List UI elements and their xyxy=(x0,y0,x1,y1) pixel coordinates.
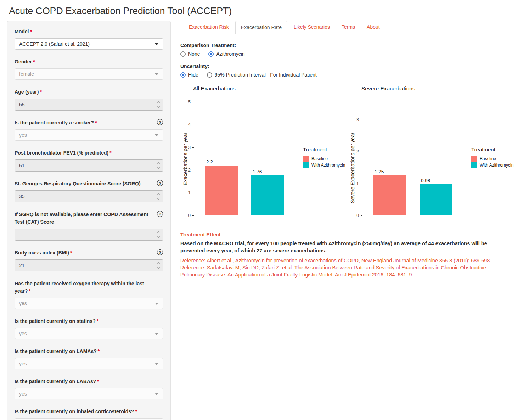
radio-option-hide[interactable]: Hide xyxy=(180,72,198,78)
page-layout: Model*ACCEPT 2.0 (Safari et al, 2021)Gen… xyxy=(0,21,518,420)
field-label-is-the-patient-currently-a-smoker: Is the patient currently a smoker?* xyxy=(15,119,163,127)
y-tick-mark xyxy=(361,120,362,120)
tab-terms[interactable]: Terms xyxy=(336,21,360,34)
radio-option-95-prediction-interval-for-individual-pati[interactable]: 95% Prediction Interval - For Individual… xyxy=(207,72,317,78)
radio-option-label: 95% Prediction Interval - For Individual… xyxy=(215,72,317,78)
number-stepper[interactable] xyxy=(157,263,159,268)
field-is-the-patient-currently-on-inhaled-cortic: Is the patient currently on inhaled cort… xyxy=(15,408,163,420)
chart-severe-exacerbations: Severe ExacerbationsSevere Exacerbations… xyxy=(345,83,514,225)
field-st-georges-respiratory-questionnaire-score: St. Georges Respiratory Questionnaire Sc… xyxy=(15,180,163,202)
page-title: Acute COPD Exacerbation Prediction Tool … xyxy=(9,6,518,17)
legend-swatch xyxy=(471,162,477,168)
gender-select[interactable]: female xyxy=(15,68,163,80)
field-body-mass-index-bmi: Body mass index (BMI)*21 xyxy=(15,249,163,271)
y-tick-label: 3 xyxy=(177,145,191,150)
chevron-down-icon xyxy=(157,235,160,238)
legend-swatch xyxy=(303,162,309,168)
field-is-the-patient-currently-on-statins: Is the patient currently on statins?*yes xyxy=(15,318,163,339)
chevron-down-icon xyxy=(155,43,158,45)
radio-option-label: Azithromycin xyxy=(216,51,244,57)
required-asterisk: * xyxy=(39,89,41,95)
is-the-patient-currently-on-inhaled-cortic-select[interactable]: yes xyxy=(15,418,163,420)
field-label-text: Is the patient currently a smoker? xyxy=(15,120,94,125)
if-sgrq-is-not-available-please-enter-copd-input[interactable] xyxy=(15,229,163,241)
radio-unselected-icon[interactable] xyxy=(180,51,186,57)
field-label-model: Model* xyxy=(15,28,163,35)
chevron-down-icon xyxy=(155,134,158,136)
main-content: Exacerbation RiskExacerbation RateLikely… xyxy=(177,21,516,278)
chevron-up-icon xyxy=(157,262,160,265)
field-label-is-the-patient-currently-on-inhaled-cortic: Is the patient currently on inhaled cort… xyxy=(15,408,163,415)
uncertainty-options: Hide95% Prediction Interval - For Indivi… xyxy=(180,72,516,78)
field-is-the-patient-currently-on-lamas: Is the patient currently on LAMAs?*yes xyxy=(15,348,163,369)
tab-bar: Exacerbation RiskExacerbation RateLikely… xyxy=(177,21,516,34)
y-tick-label: 1 xyxy=(345,181,359,186)
field-label-if-sgrq-is-not-available-please-enter-copd: If SGRQ is not available, please enter C… xyxy=(15,211,163,226)
field-label-text: Is the patient currently on inhaled cort… xyxy=(15,409,134,414)
tab-about[interactable]: About xyxy=(361,21,385,34)
radio-option-azithromycin[interactable]: Azithromycin xyxy=(208,51,244,57)
bar-value-label: 1.25 xyxy=(375,169,384,174)
select-value: yes xyxy=(19,361,27,366)
field-label-text: Has the patient received oxygen therapy … xyxy=(15,281,144,294)
has-the-patient-received-oxygen-therapy-wi-select[interactable]: yes xyxy=(15,298,163,309)
y-tick-mark xyxy=(192,215,194,216)
legend-title: Treatment xyxy=(303,146,345,152)
field-label-text: Post-bronchodilator FEV1 (% predicted) xyxy=(15,150,108,156)
radio-option-label: None xyxy=(188,51,200,57)
number-stepper[interactable] xyxy=(157,102,159,107)
number-stepper[interactable] xyxy=(157,194,159,199)
tab-likely-scenarios[interactable]: Likely Scenarios xyxy=(288,21,335,34)
legend-title: Treatment xyxy=(471,146,513,152)
field-age-year: Age (year)*65 xyxy=(15,88,163,111)
y-tick-mark xyxy=(361,215,362,216)
is-the-patient-currently-on-labas-select[interactable]: yes xyxy=(15,388,163,399)
y-tick-mark xyxy=(361,184,362,184)
field-label-text: Model xyxy=(15,29,29,34)
field-label-text: Is the patient currently on statins? xyxy=(15,318,96,324)
field-label-text: Gender xyxy=(15,59,32,65)
legend-swatch xyxy=(303,156,309,162)
field-label-text: Is the patient currently on LAMAs? xyxy=(15,348,97,354)
help-icon[interactable] xyxy=(157,180,163,186)
radio-selected-icon[interactable] xyxy=(208,51,214,57)
y-axis-label: Exacerbations per year xyxy=(182,102,189,215)
model-select[interactable]: ACCEPT 2.0 (Safari et al, 2021) xyxy=(15,38,163,50)
field-label-age-year: Age (year)* xyxy=(15,88,163,96)
is-the-patient-currently-on-statins-select[interactable]: yes xyxy=(15,328,163,339)
radio-unselected-icon[interactable] xyxy=(207,72,212,78)
age-year-input[interactable]: 65 xyxy=(15,99,163,111)
y-tick-mark xyxy=(361,152,362,152)
tab-exacerbation-risk[interactable]: Exacerbation Risk xyxy=(184,21,234,34)
tab-exacerbation-rate[interactable]: Exacerbation Rate xyxy=(235,21,287,34)
radio-selected-icon[interactable] xyxy=(180,72,186,78)
field-post-bronchodilator-fev1-predicted: Post-bronchodilator FEV1 (% predicted)*6… xyxy=(15,149,163,172)
help-icon[interactable] xyxy=(157,211,163,217)
charts-panel: All ExacerbationsExacerbations per year0… xyxy=(177,83,516,226)
is-the-patient-currently-on-lamas-select[interactable]: yes xyxy=(15,358,163,369)
y-tick-label: 4 xyxy=(177,122,191,127)
chevron-up-icon xyxy=(157,231,160,234)
field-is-the-patient-currently-on-labas: Is the patient currently on LABAs?*yes xyxy=(15,378,163,399)
chevron-down-icon xyxy=(155,363,158,365)
number-stepper[interactable] xyxy=(157,163,159,168)
y-tick-mark xyxy=(192,193,194,193)
field-label-is-the-patient-currently-on-statins: Is the patient currently on statins?* xyxy=(15,318,163,325)
field-label-text: If SGRQ is not available, please enter C… xyxy=(15,212,148,225)
sidebar-form: Model*ACCEPT 2.0 (Safari et al, 2021)Gen… xyxy=(7,21,171,420)
help-icon[interactable] xyxy=(157,249,163,255)
y-tick-label: 1 xyxy=(177,190,191,195)
help-icon[interactable] xyxy=(157,119,163,125)
post-bronchodilator-fev1-predicted-input[interactable]: 61 xyxy=(15,159,163,172)
required-asterisk: * xyxy=(69,250,72,256)
required-asterisk: * xyxy=(29,29,32,34)
number-stepper[interactable] xyxy=(157,232,159,237)
chart-all-exacerbations: All ExacerbationsExacerbations per year0… xyxy=(177,83,345,225)
st-georges-respiratory-questionnaire-score-input[interactable]: 35 xyxy=(15,190,163,202)
radio-option-none[interactable]: None xyxy=(180,51,200,57)
body-mass-index-bmi-input[interactable]: 21 xyxy=(15,259,163,271)
is-the-patient-currently-a-smoker-select[interactable]: yes xyxy=(15,129,163,141)
field-label-has-the-patient-received-oxygen-therapy-wi: Has the patient received oxygen therapy … xyxy=(15,280,163,295)
legend-item-label: Baseline xyxy=(311,156,328,161)
chevron-down-icon xyxy=(155,73,158,75)
